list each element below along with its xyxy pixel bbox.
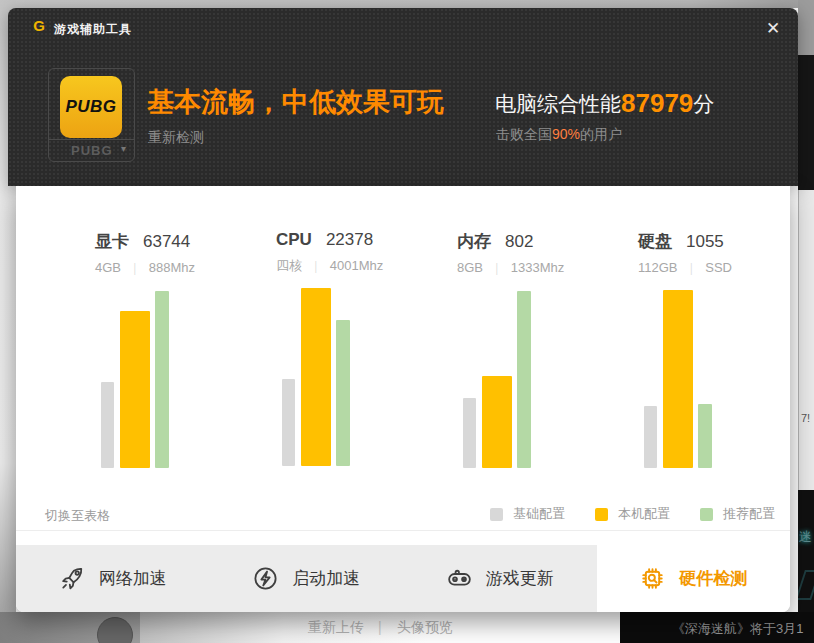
background-page-top-edge: [0, 0, 814, 8]
overall-score: 电脑综合性能87979分: [495, 88, 714, 119]
hardware-benchmark-panel: 显卡63744 4GB｜888Mhz CPU22378 四核｜4001Mhz 内…: [16, 186, 790, 612]
component-label: 硬盘: [638, 232, 672, 251]
background-light-block: 7!: [798, 190, 814, 490]
tab-launch-boost[interactable]: 启动加速: [210, 545, 404, 612]
rocket-icon: [59, 565, 86, 592]
background-page-right-edge: Lv 7! 迷: [798, 0, 814, 643]
avatar: [97, 617, 133, 643]
legend-swatch: [490, 508, 503, 521]
score-value: 87979: [621, 88, 693, 118]
chart-group-memory: 内存802 8GB｜1333Mhz: [457, 230, 638, 468]
bar-base-config: [644, 406, 657, 468]
bar-local-config: [301, 288, 331, 466]
beat-prefix: 击败全国: [496, 126, 552, 142]
bar-recommended-config: [155, 291, 169, 468]
component-label: 内存: [457, 232, 491, 251]
chart-group-disk: 硬盘1055 112GB｜SSD: [638, 230, 790, 468]
component-spec: 112GB: [638, 260, 678, 275]
component-spec: 1333Mhz: [511, 260, 564, 275]
game-selector[interactable]: PUBG ▾: [49, 139, 134, 161]
bar-base-config: [463, 398, 476, 468]
recheck-link[interactable]: 重新检测: [148, 129, 204, 147]
legend-swatch: [700, 508, 713, 521]
component-score: 22378: [326, 230, 373, 249]
avatar-preview-link[interactable]: 头像预览: [397, 619, 453, 637]
gamepad-icon: [446, 565, 473, 592]
legend-label: 推荐配置: [723, 505, 775, 523]
chart-legend: 基础配置 本机配置 推荐配置: [460, 505, 775, 523]
tool-window-header: G 游戏辅助工具 ✕ PUBG PUBG ▾ 基本流畅，中低效果可玩 重新检测 …: [8, 8, 798, 186]
chart-group-cpu: CPU22378 四核｜4001Mhz: [276, 230, 457, 468]
pubg-logo: PUBG: [60, 76, 122, 138]
benchmark-bar-chart: 显卡63744 4GB｜888Mhz CPU22378 四核｜4001Mhz 内…: [16, 230, 790, 468]
bar-local-config: [663, 290, 693, 468]
pubg-logo-text: PUBG: [65, 97, 116, 117]
component-score: 1055: [686, 232, 724, 251]
tab-hardware-check[interactable]: 硬件检测: [597, 545, 791, 612]
tab-label: 游戏更新: [486, 567, 554, 590]
component-spec: 4GB: [95, 260, 121, 275]
legend-label: 本机配置: [618, 505, 670, 523]
legend-swatch: [595, 508, 608, 521]
tab-game-update[interactable]: 游戏更新: [403, 545, 597, 612]
legend-item: 基础配置: [490, 505, 565, 523]
background-avatar-area: [0, 612, 140, 643]
level-text: 7!: [801, 412, 810, 424]
poster-text: 迷: [799, 528, 812, 546]
spec-divider: ｜: [310, 259, 322, 273]
bar-base-config: [101, 382, 114, 468]
toolbar-divider: |: [378, 619, 382, 635]
window-title: 游戏辅助工具: [54, 21, 132, 38]
bar-recommended-config: [698, 404, 712, 468]
hardware-scan-icon: [639, 565, 666, 592]
chart-group-gpu: 显卡63744 4GB｜888Mhz: [95, 230, 276, 468]
bar-local-config: [482, 376, 512, 468]
component-label: CPU: [276, 230, 312, 249]
tab-label: 硬件检测: [679, 567, 747, 590]
chevron-down-icon: ▾: [121, 143, 126, 154]
beat-percentage: 击败全国90%的用户: [496, 126, 622, 144]
component-score: 63744: [143, 232, 190, 251]
background-news-bar: 《深海迷航》将于3月1: [620, 612, 814, 643]
beat-suffix: 的用户: [580, 126, 622, 142]
performance-verdict: 基本流畅，中低效果可玩: [147, 84, 444, 120]
component-spec: 8GB: [457, 260, 483, 275]
background-gray-block: [798, 0, 814, 55]
close-icon[interactable]: ✕: [760, 16, 786, 42]
legend-label: 基础配置: [513, 505, 565, 523]
bar-recommended-config: [517, 291, 531, 468]
chart-footer: 切换至表格 基础配置 本机配置 推荐配置: [16, 502, 790, 528]
spec-divider: ｜: [491, 261, 503, 275]
component-label: 显卡: [95, 232, 129, 251]
background-avatar-toolbar: 重新上传 | 头像预览: [140, 612, 620, 643]
background-page-bottom-edge: 重新上传 | 头像预览 《深海迷航》将于3月1: [0, 612, 814, 643]
toggle-table-view-link[interactable]: 切换至表格: [45, 507, 110, 525]
component-spec: 888Mhz: [149, 260, 195, 275]
spec-divider: ｜: [686, 261, 698, 275]
app-logo-icon: G: [30, 17, 48, 35]
component-spec: SSD: [705, 260, 732, 275]
legend-item: 本机配置: [595, 505, 670, 523]
bar-base-config: [282, 379, 295, 466]
bottom-nav: 网络加速 启动加速 游戏更新: [16, 545, 790, 612]
tab-label: 启动加速: [292, 567, 360, 590]
reupload-link[interactable]: 重新上传: [308, 619, 364, 637]
score-prefix: 电脑综合性能: [495, 92, 621, 115]
game-card: PUBG PUBG ▾: [48, 68, 135, 162]
beat-value: 90%: [552, 126, 580, 142]
bar-recommended-config: [336, 320, 350, 466]
component-score: 802: [505, 232, 533, 251]
component-spec: 4001Mhz: [330, 258, 383, 273]
background-dark-block: Lv: [798, 55, 814, 190]
poster-art: [798, 570, 814, 600]
game-selector-value: PUBG: [71, 143, 113, 158]
boost-bolt-icon: [252, 565, 279, 592]
spec-divider: ｜: [129, 261, 141, 275]
tab-network-boost[interactable]: 网络加速: [16, 545, 210, 612]
titlebar: G 游戏辅助工具 ✕: [8, 8, 798, 48]
legend-item: 推荐配置: [700, 505, 775, 523]
divider: [16, 530, 790, 531]
tab-label: 网络加速: [99, 567, 167, 590]
news-ticker-link[interactable]: 《深海迷航》将于3月1: [672, 620, 803, 638]
component-spec: 四核: [276, 258, 302, 273]
